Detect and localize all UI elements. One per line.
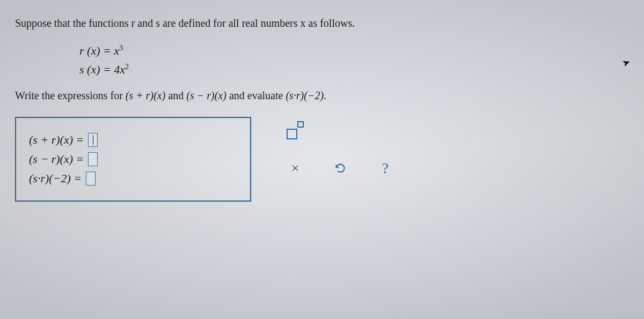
problem-intro: Suppose that the functions r and s are d… bbox=[15, 17, 629, 29]
exponent-superscript-icon bbox=[297, 121, 304, 128]
exponent-tool-button[interactable] bbox=[283, 119, 307, 143]
function-definitions: r (x) = x3 s (x) = 4x2 bbox=[79, 41, 629, 79]
r-exponent: 3 bbox=[119, 43, 123, 52]
answer-label-1: (s + r)(x) = bbox=[29, 133, 84, 147]
answer-label-3: (s·r)(−2) = bbox=[29, 172, 82, 186]
task-expr-3: (s·r)(−2) bbox=[286, 90, 324, 101]
reset-icon bbox=[334, 162, 346, 174]
intro-text: Suppose that the functions r and s are d… bbox=[15, 17, 355, 29]
answer-line-3: (s·r)(−2) = bbox=[29, 172, 237, 186]
task-expr-1: (s + r)(x) bbox=[126, 90, 166, 101]
answer-input-3[interactable] bbox=[86, 172, 96, 186]
multiply-icon: × bbox=[291, 160, 299, 176]
help-icon: ? bbox=[382, 160, 389, 177]
task-pre: Write the expressions for bbox=[15, 90, 126, 101]
answer-input-1[interactable] bbox=[88, 133, 98, 147]
answer-label-2: (s − r)(x) = bbox=[29, 152, 84, 166]
definition-r: r (x) = x3 bbox=[79, 41, 629, 60]
s-exponent: 2 bbox=[125, 62, 129, 71]
reset-button[interactable] bbox=[328, 157, 352, 180]
r-lhs: r (x) = x bbox=[79, 44, 119, 57]
task-expr-2: (s − r)(x) bbox=[186, 90, 226, 101]
definition-s: s (x) = 4x2 bbox=[79, 60, 629, 79]
answer-box: (s + r)(x) = (s − r)(x) = (s·r)(−2) = bbox=[15, 117, 251, 202]
task-mid1: and bbox=[165, 90, 186, 101]
answer-input-2[interactable] bbox=[88, 152, 98, 166]
exponent-base-icon bbox=[287, 129, 297, 139]
toolbox: × ? bbox=[283, 119, 397, 180]
task-post: . bbox=[324, 90, 326, 101]
multiply-tool-button[interactable]: × bbox=[283, 157, 307, 180]
task-mid2: and evaluate bbox=[226, 90, 286, 101]
s-lhs: s (x) = 4x bbox=[79, 63, 125, 76]
help-button[interactable]: ? bbox=[374, 157, 397, 180]
answer-line-1: (s + r)(x) = bbox=[29, 133, 237, 147]
answer-line-2: (s − r)(x) = bbox=[29, 152, 237, 166]
task-text: Write the expressions for (s + r)(x) and… bbox=[15, 90, 629, 102]
